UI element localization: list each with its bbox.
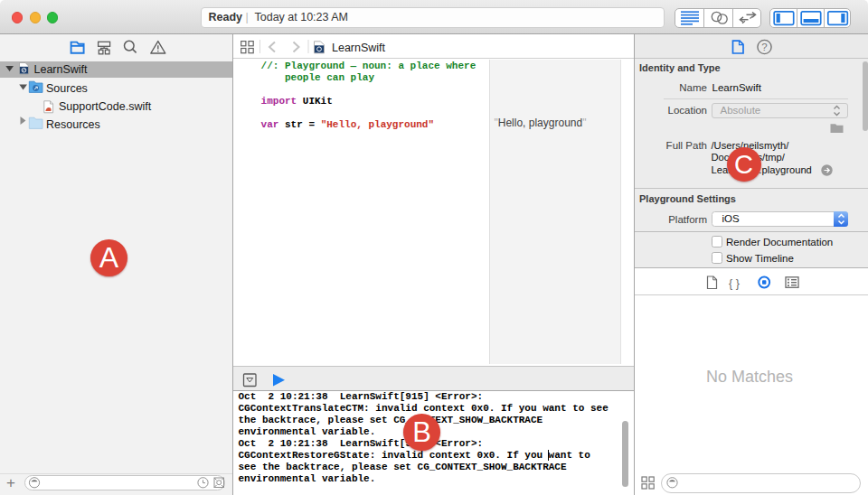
svg-text:?: ? (761, 42, 767, 52)
svg-text:{ }: { } (729, 277, 740, 290)
